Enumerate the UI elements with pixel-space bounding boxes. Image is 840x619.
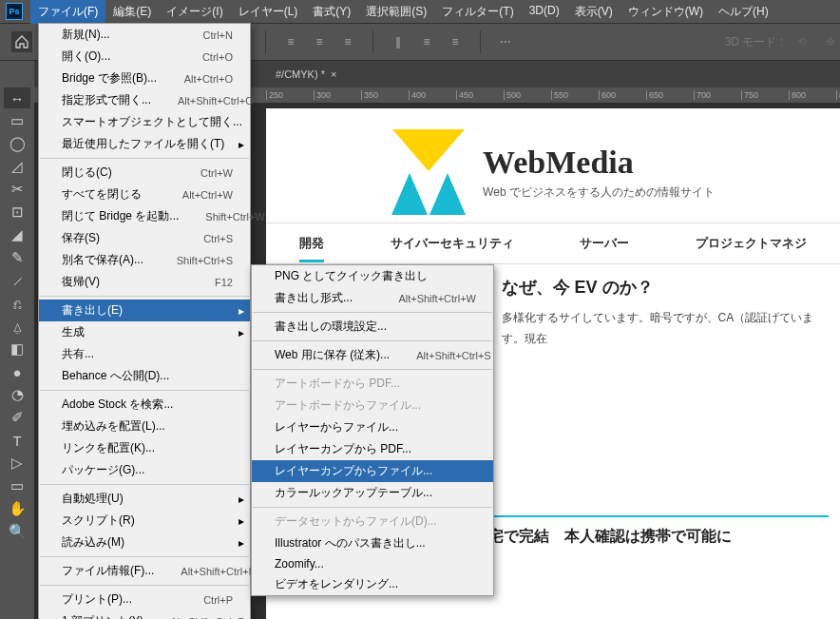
menu-item[interactable]: 指定形式で開く...Alt+Shift+Ctrl+O bbox=[39, 89, 250, 111]
3d-pan-icon[interactable]: ✥ bbox=[821, 32, 840, 51]
tool-button[interactable]: ◿ bbox=[4, 156, 30, 177]
menu-item[interactable]: 保存(S)Ctrl+S bbox=[39, 227, 250, 249]
menu-書式(Y)[interactable]: 書式(Y) bbox=[305, 0, 358, 24]
menu-item[interactable]: レイヤーカンプからファイル... bbox=[252, 460, 493, 482]
tool-button[interactable]: ⍙ bbox=[4, 316, 30, 337]
menu-item[interactable]: 埋め込みを配置(L)... bbox=[39, 416, 250, 437]
tool-button[interactable]: ↔ bbox=[4, 87, 30, 108]
menu-ファイル(F)[interactable]: ファイル(F) bbox=[30, 0, 105, 24]
menu-選択範囲(S)[interactable]: 選択範囲(S) bbox=[358, 0, 434, 24]
3d-orbit-icon[interactable]: ⟲ bbox=[792, 32, 811, 51]
menu-item[interactable]: レイヤーからファイル... bbox=[252, 416, 493, 438]
home-icon[interactable] bbox=[11, 31, 32, 52]
distribute-h-icon[interactable]: ‖ bbox=[389, 32, 408, 51]
menu-item[interactable]: スマートオブジェクトとして開く... bbox=[39, 111, 250, 133]
nav-item[interactable]: 開発 bbox=[299, 224, 324, 262]
menu-item[interactable]: カラールックアップテーブル... bbox=[252, 482, 493, 504]
tool-button[interactable]: ⎌ bbox=[4, 293, 30, 314]
tool-button[interactable]: ▭ bbox=[4, 110, 30, 131]
menu-item[interactable]: Web 用に保存 (従来)...Alt+Shift+Ctrl+S bbox=[252, 344, 493, 366]
menu-編集(E)[interactable]: 編集(E) bbox=[105, 0, 159, 24]
menu-item[interactable]: 閉じて Bridge を起動...Shift+Ctrl+W bbox=[39, 205, 250, 227]
menu-item[interactable]: 書き出し形式...Alt+Shift+Ctrl+W bbox=[252, 287, 493, 309]
menu-item-label: 最近使用したファイルを開く(T) bbox=[62, 136, 224, 152]
tool-button[interactable]: ◢ bbox=[4, 224, 30, 245]
tool-button[interactable]: T bbox=[4, 430, 30, 451]
ruler-tick: 650 bbox=[646, 90, 694, 100]
menu-item[interactable]: 開く(O)...Ctrl+O bbox=[39, 46, 250, 68]
tool-button[interactable]: ✋ bbox=[4, 498, 30, 519]
menu-item[interactable]: 新規(N)...Ctrl+N bbox=[39, 24, 250, 46]
close-icon[interactable]: × bbox=[331, 68, 336, 80]
menu-item[interactable]: ビデオをレンダリング... bbox=[252, 573, 493, 595]
tool-button[interactable]: ● bbox=[4, 361, 30, 382]
tool-button[interactable]: ▭ bbox=[4, 475, 30, 496]
menu-item-label: 共有... bbox=[62, 346, 94, 362]
menu-item[interactable]: 別名で保存(A)...Shift+Ctrl+S bbox=[39, 249, 250, 271]
distribute-v-icon[interactable]: ≡ bbox=[417, 32, 436, 51]
menu-イメージ(I)[interactable]: イメージ(I) bbox=[159, 0, 230, 24]
ruler-tick: 500 bbox=[504, 90, 551, 100]
tool-button[interactable]: ▷ bbox=[4, 453, 30, 474]
ruler-tick: 700 bbox=[694, 90, 741, 100]
tool-button[interactable]: ✐ bbox=[4, 407, 30, 428]
menu-item[interactable]: Bridge で参照(B)...Alt+Ctrl+O bbox=[39, 68, 250, 89]
menu-item[interactable]: 書き出しの環境設定... bbox=[252, 316, 493, 338]
menu-item-label: ファイル情報(F)... bbox=[62, 563, 154, 579]
menu-item[interactable]: 最近使用したファイルを開く(T)▸ bbox=[39, 133, 250, 155]
menu-item-label: 読み込み(M) bbox=[62, 534, 124, 551]
menu-item[interactable]: プリント(P)...Ctrl+P bbox=[39, 589, 250, 610]
menu-item[interactable]: 復帰(V)F12 bbox=[39, 271, 250, 293]
tool-button[interactable]: 🔍 bbox=[4, 521, 30, 542]
submenu-arrow-icon: ▸ bbox=[239, 493, 244, 506]
menu-item[interactable]: Illustrator へのパス書き出し... bbox=[252, 532, 493, 554]
nav-item[interactable]: サーバー bbox=[580, 235, 629, 252]
menu-item[interactable]: 書き出し(E)▸ bbox=[39, 300, 250, 321]
menu-item[interactable]: 読み込み(M)▸ bbox=[39, 532, 250, 553]
separator bbox=[40, 484, 249, 485]
more-icon[interactable]: ⋯ bbox=[496, 32, 515, 51]
menu-item[interactable]: Behance へ公開(D)... bbox=[39, 365, 250, 387]
tool-button[interactable]: ◔ bbox=[4, 384, 30, 405]
menu-表示(V)[interactable]: 表示(V) bbox=[567, 0, 620, 24]
menu-item[interactable]: Zoomify... bbox=[252, 554, 493, 573]
menu-item[interactable]: Adobe Stock を検索... bbox=[39, 394, 250, 416]
menu-item[interactable]: PNG としてクイック書き出し bbox=[252, 265, 493, 287]
menu-item-label: 復帰(V) bbox=[62, 274, 100, 290]
tool-button[interactable]: ⊡ bbox=[4, 202, 30, 222]
ruler-tick: 450 bbox=[456, 90, 504, 100]
align-center-icon[interactable]: ≡ bbox=[310, 32, 329, 51]
menu-item[interactable]: ファイル情報(F)...Alt+Shift+Ctrl+I bbox=[39, 560, 250, 582]
tool-button[interactable]: ⟋ bbox=[4, 270, 30, 291]
menu-item-shortcut: Alt+Shift+Ctrl+S bbox=[416, 350, 491, 361]
align-right-icon[interactable]: ≡ bbox=[338, 32, 357, 51]
menu-ウィンドウ(W)[interactable]: ウィンドウ(W) bbox=[620, 0, 711, 24]
document-tab[interactable]: #/CMYK) * × bbox=[266, 68, 346, 80]
menu-item[interactable]: 共有... bbox=[39, 343, 250, 365]
menu-item[interactable]: 自動処理(U)▸ bbox=[39, 488, 250, 510]
menu-item[interactable]: パッケージ(G)... bbox=[39, 459, 250, 481]
tool-button[interactable]: ✂ bbox=[4, 179, 30, 200]
menu-ヘルプ(H)[interactable]: ヘルプ(H) bbox=[711, 0, 776, 24]
nav-item[interactable]: サイバーセキュリティ bbox=[391, 235, 514, 252]
nav-item[interactable]: プロジェクトマネジ bbox=[696, 235, 807, 252]
menu-item-label: 自動処理(U) bbox=[62, 491, 124, 507]
menu-item[interactable]: レイヤーカンプから PDF... bbox=[252, 438, 493, 460]
article-body: 多様化するサイしています。暗号ですが、CA（認証げています。現在 bbox=[502, 308, 830, 349]
menu-item[interactable]: リンクを配置(K)... bbox=[39, 437, 250, 459]
menu-レイヤー(L)[interactable]: レイヤー(L) bbox=[231, 0, 306, 24]
distribute-icon[interactable]: ≡ bbox=[446, 32, 465, 51]
menu-item[interactable]: すべてを閉じるAlt+Ctrl+W bbox=[39, 184, 250, 205]
menu-item[interactable]: 1 部プリント(Y)Alt+Shift+Ctrl+P bbox=[39, 610, 250, 619]
tool-button[interactable]: ✎ bbox=[4, 247, 30, 268]
menu-item[interactable]: スクリプト(R)▸ bbox=[39, 510, 250, 532]
menu-item[interactable]: 閉じる(C)Ctrl+W bbox=[39, 162, 250, 184]
menu-3D(D)[interactable]: 3D(D) bbox=[522, 0, 567, 24]
menu-item: アートボードからファイル... bbox=[252, 395, 493, 416]
menu-フィルター(T)[interactable]: フィルター(T) bbox=[434, 0, 521, 24]
menu-item[interactable]: 生成▸ bbox=[39, 321, 250, 343]
separator bbox=[40, 585, 249, 586]
align-left-icon[interactable]: ≡ bbox=[281, 32, 300, 51]
tool-button[interactable]: ◯ bbox=[4, 133, 30, 154]
tool-button[interactable]: ◧ bbox=[4, 339, 30, 359]
